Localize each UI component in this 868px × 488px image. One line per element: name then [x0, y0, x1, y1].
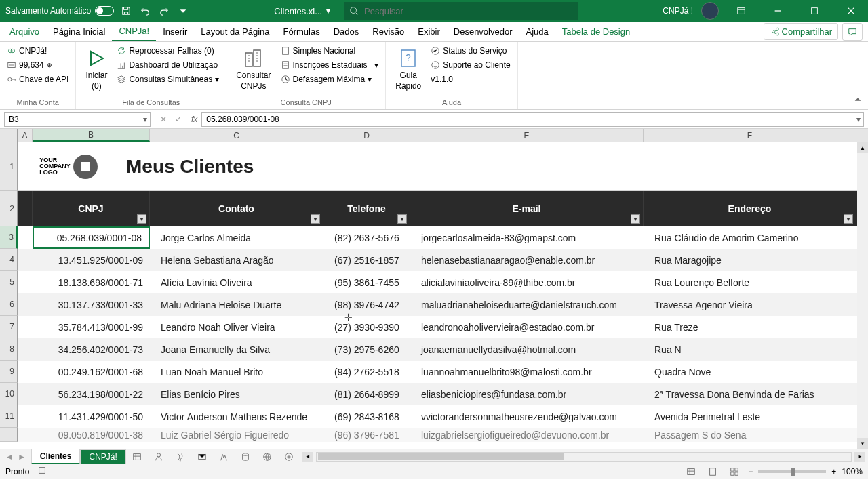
tab-developer[interactable]: Desenvolvedor — [447, 22, 519, 41]
hscroll-left-icon[interactable]: ◄ — [302, 452, 313, 462]
th-telefone[interactable]: Telefone▾ — [323, 191, 410, 226]
ribbon-inscricoes[interactable]: Inscrições Estaduais ▾ — [281, 59, 379, 71]
cell-contato[interactable]: Luiz Gabriel Sérgio Figueiredo — [150, 428, 323, 442]
cell-email[interactable]: vvictorandersonmatheusrezende@galvao.com — [410, 405, 644, 428]
sheet-next-icon[interactable]: ► — [18, 452, 26, 462]
zoom-level[interactable]: 100% — [842, 467, 863, 476]
cell-endereco[interactable]: Rua Maragojipe — [644, 249, 856, 271]
filter-contato-icon[interactable]: ▾ — [311, 214, 320, 224]
share-button[interactable]: Compartilhar — [764, 23, 838, 40]
filename-dropdown-icon[interactable]: ▾ — [326, 6, 330, 16]
ribbon-credits[interactable]: 99,634 ⊕ — [7, 59, 68, 71]
cell-cnpj[interactable]: 30.137.733/0001-33 — [33, 293, 150, 316]
filter-endereco-icon[interactable]: ▾ — [844, 214, 853, 224]
th-email[interactable]: E-mail▾ — [410, 191, 644, 226]
qat-more-icon[interactable] — [176, 4, 190, 18]
comments-button[interactable] — [842, 23, 863, 41]
sheet-icon-2[interactable] — [148, 452, 170, 462]
cell-contato[interactable]: Helena Sebastiana Aragão — [150, 249, 323, 271]
cell-cnpj[interactable]: 00.249.162/0001-68 — [33, 361, 150, 383]
ribbon-start[interactable]: Iniciar (0) — [83, 45, 110, 97]
cell-cnpj[interactable]: 35.784.413/0001-99 — [33, 316, 150, 338]
ribbon-support[interactable]: Suporte ao Cliente — [431, 59, 510, 71]
sheet-prev-icon[interactable]: ◄ — [5, 452, 14, 462]
vertical-scrollbar[interactable]: ▲ ▼ — [857, 142, 868, 449]
table-row[interactable]: 34.256.402/0001-73Joana Emanuelly da Sil… — [18, 338, 868, 361]
sheet-tab-clientes[interactable]: Clientes — [31, 449, 81, 464]
table-row[interactable]: 30.137.733/0001-33Malu Adriana Heloise D… — [18, 293, 868, 316]
sheet-icon-6[interactable] — [235, 452, 256, 462]
row-11[interactable]: 11 — [0, 405, 18, 428]
ribbon-reprocess[interactable]: Reprocessar Falhas (0) — [117, 45, 219, 57]
table-row[interactable]: 35.784.413/0001-99Leandro Noah Oliver Vi… — [18, 316, 868, 338]
cell-endereco[interactable]: Travessa Agenor Vieira — [644, 293, 856, 316]
cell-cnpj[interactable]: 34.256.402/0001-73 — [33, 338, 150, 361]
cell-email[interactable]: leandronoaholivervieira@estadao.com.br — [410, 316, 644, 338]
search-box[interactable] — [344, 2, 578, 20]
cell-email[interactable]: luannoahmanuelbrito98@malosti.com.br — [410, 361, 644, 383]
tab-review[interactable]: Revisão — [366, 22, 411, 41]
horizontal-scrollbar[interactable] — [316, 452, 852, 462]
view-pagebreak-icon[interactable] — [726, 466, 743, 478]
ribbon-mode-icon[interactable] — [727, 0, 755, 22]
zoom-out-icon[interactable]: − — [748, 467, 753, 476]
cell-endereco[interactable]: Rua Cláudio de Amorim Camerino — [644, 226, 856, 249]
cell-contato[interactable]: Jorge Carlos Almeida — [150, 226, 323, 249]
fx-icon[interactable]: fx — [187, 115, 201, 124]
cell-cnpj[interactable]: 11.431.429/0001-50 — [33, 405, 150, 428]
cell-telefone[interactable]: (98) 3976-4742 — [323, 293, 410, 316]
row-4[interactable]: 4 — [0, 249, 18, 271]
cell-email[interactable]: luizgabrielsergiofigueiredo@devuono.com.… — [410, 428, 644, 442]
collapse-ribbon-icon[interactable] — [853, 95, 863, 106]
table-row[interactable]: 09.050.819/0001-38Luiz Gabriel Sérgio Fi… — [18, 428, 868, 442]
sheet-icon-4[interactable] — [191, 452, 213, 462]
ribbon-defasagem[interactable]: Defasagem Máxima ▾ — [281, 73, 379, 85]
filter-cnpj-icon[interactable]: ▾ — [137, 214, 146, 224]
cell-endereco[interactable]: Passagem S do Sena — [644, 428, 856, 442]
formula-input[interactable]: 05.268.039/0001-08▾ — [201, 112, 864, 127]
tab-insert[interactable]: Inserir — [156, 22, 194, 41]
redo-icon[interactable] — [157, 4, 171, 18]
cell-telefone[interactable]: (69) 2843-8168 — [323, 405, 410, 428]
cell-contato[interactable]: Luan Noah Manuel Brito — [150, 361, 323, 383]
minimize-icon[interactable] — [764, 0, 792, 22]
row-2[interactable]: 2 — [0, 191, 18, 226]
table-row[interactable]: 00.249.162/0001-68Luan Noah Manuel Brito… — [18, 361, 868, 383]
filter-telefone-icon[interactable]: ▾ — [397, 214, 407, 224]
row-3[interactable]: 3 — [0, 226, 18, 249]
cell-email[interactable]: alicialaviniaoliveira-89@thibe.com.br — [410, 271, 644, 293]
row-5[interactable]: 5 — [0, 271, 18, 293]
cell-contato[interactable]: Joana Emanuelly da Silva — [150, 338, 323, 361]
cell-cnpj[interactable]: 18.138.698/0001-71 — [33, 271, 150, 293]
tab-file[interactable]: Arquivo — [3, 22, 46, 41]
cell-contato[interactable]: Leandro Noah Oliver Vieira — [150, 316, 323, 338]
ribbon-status[interactable]: Status do Serviço — [431, 45, 510, 57]
col-c[interactable]: C — [150, 129, 323, 142]
zoom-in-icon[interactable]: + — [831, 467, 836, 476]
sheet-icon-3[interactable] — [170, 452, 191, 462]
autosave[interactable]: Salvamento Automático — [5, 6, 114, 16]
macro-icon[interactable] — [37, 466, 47, 477]
view-normal-icon[interactable] — [683, 466, 699, 478]
cancel-formula-icon[interactable]: ✕ — [160, 115, 167, 124]
row-6[interactable]: 6 — [0, 293, 18, 316]
cell-endereco[interactable]: Avenida Perimetral Leste — [644, 405, 856, 428]
cell-endereco[interactable]: Rua Treze — [644, 316, 856, 338]
accept-formula-icon[interactable]: ✓ — [175, 115, 182, 124]
undo-icon[interactable] — [138, 4, 152, 18]
cell-telefone[interactable]: (96) 3796-7581 — [323, 428, 410, 442]
cell-contato[interactable]: Victor Anderson Matheus Rezende — [150, 405, 323, 428]
cell-cnpj[interactable]: 13.451.925/0001-09 — [33, 249, 150, 271]
ribbon-consult[interactable]: Consultar CNPJs — [233, 45, 273, 97]
cell-telefone[interactable]: (82) 2637-5676 — [323, 226, 410, 249]
col-a[interactable]: A — [18, 129, 33, 142]
row-8[interactable]: 8 — [0, 338, 18, 361]
table-row[interactable]: 18.138.698/0001-71Alícia Lavínia Oliveir… — [18, 271, 868, 293]
table-row[interactable]: 13.451.925/0001-09Helena Sebastiana Arag… — [18, 249, 868, 271]
cell-email[interactable]: helenasebastianaaragao@enable.com.br — [410, 249, 644, 271]
tab-cnpja[interactable]: CNPJá! — [112, 22, 156, 41]
sheet-add-icon[interactable] — [278, 452, 300, 462]
ribbon-simultaneous[interactable]: Consultas Simultâneas ▾ — [117, 73, 219, 85]
cell-cnpj[interactable]: 56.234.198/0001-22 — [33, 383, 150, 405]
tab-formulas[interactable]: Fórmulas — [277, 22, 327, 41]
